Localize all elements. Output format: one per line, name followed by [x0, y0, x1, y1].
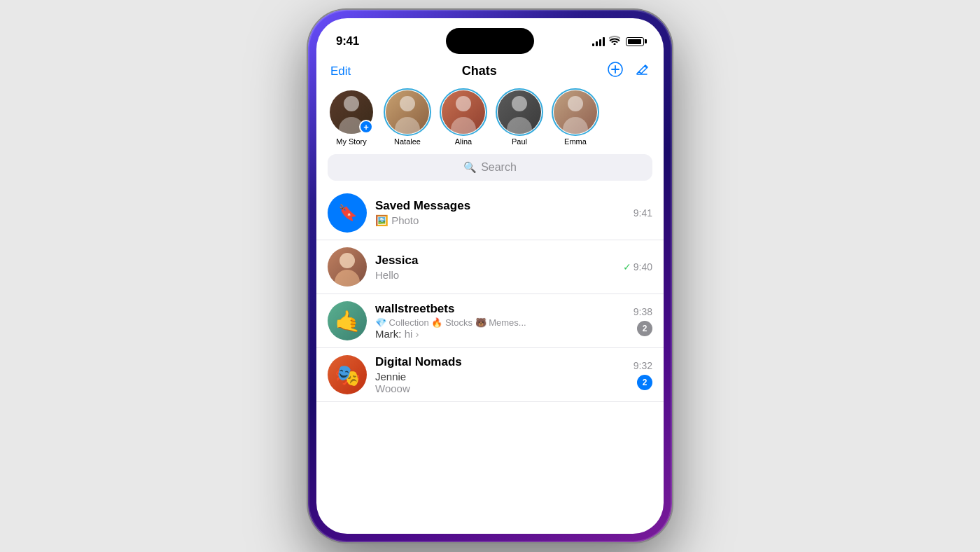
chat-name-jessica: Jessica [375, 254, 615, 268]
search-bar[interactable]: 🔍 Search [328, 154, 652, 181]
story-item-emma[interactable]: Emma [552, 90, 599, 146]
story-name-natalee: Natalee [394, 137, 421, 146]
phone-screen: 9:41 [316, 18, 664, 534]
bookmark-icon: 🔖 [338, 204, 357, 222]
story-item-mystory[interactable]: + My Story [328, 90, 375, 146]
chat-preview-wsb-sub: Mark: hi › [375, 328, 625, 340]
chat-name-nomads: Digital Nomads [375, 355, 625, 369]
status-icons [592, 36, 644, 47]
dynamic-island [446, 28, 534, 54]
status-time: 9:41 [336, 34, 359, 48]
stories-row: + My Story [316, 88, 664, 154]
phone-frame: 9:41 [308, 10, 672, 542]
chat-preview-nomads-msg: Wooow [375, 382, 625, 394]
chat-meta-saved: 9:41 [634, 207, 652, 219]
chat-preview-saved: 🖼️ Photo [375, 214, 625, 227]
chat-list: 🔖 Saved Messages 🖼️ Photo 9:41 [316, 186, 664, 534]
chat-preview-wallstreet: 💎 Collection 🔥 Stocks 🐻 Memes... [375, 317, 625, 328]
chat-item-saved[interactable]: 🔖 Saved Messages 🖼️ Photo 9:41 [316, 186, 664, 240]
chat-avatar-wallstreet: 🤙 [328, 301, 367, 340]
story-name-paul: Paul [512, 137, 527, 146]
chat-preview-wsb-topics: 💎 Collection 🔥 Stocks 🐻 Memes... [375, 317, 526, 328]
chat-info-wallstreet: wallstreetbets 💎 Collection 🔥 Stocks 🐻 M… [375, 302, 625, 340]
chat-avatar-jessica [328, 247, 367, 287]
phone-wrapper: 9:41 [308, 10, 672, 542]
nav-actions [608, 62, 650, 81]
chat-item-wallstreet[interactable]: 🤙 wallstreetbets 💎 Collection 🔥 Stocks 🐻… [316, 294, 664, 348]
nav-edit-button[interactable]: Edit [330, 64, 351, 78]
story-item-paul[interactable]: Paul [496, 90, 543, 146]
chat-time-saved: 9:41 [634, 207, 652, 219]
chat-time-nomads: 9:32 [634, 360, 652, 371]
story-name-emma: Emma [564, 137, 587, 146]
chat-meta-jessica: ✓ 9:40 [623, 261, 652, 272]
chat-info-nomads: Digital Nomads Jennie Wooow [375, 355, 625, 394]
app-content: Edit Chats [316, 59, 664, 534]
add-chat-button[interactable] [608, 62, 623, 81]
chat-avatar-nomads: 🎭 [328, 355, 367, 394]
chat-time-jessica: 9:40 [634, 261, 652, 272]
chat-time-wallstreet: 9:38 [634, 306, 652, 317]
chat-avatar-saved: 🔖 [328, 193, 367, 233]
story-name-alina: Alina [455, 137, 472, 146]
chat-item-jessica[interactable]: Jessica Hello ✓ 9:40 [316, 240, 664, 294]
compose-button[interactable] [634, 62, 650, 81]
battery-icon [626, 37, 644, 46]
chat-name-saved: Saved Messages [375, 199, 625, 213]
chat-badge-nomads: 2 [637, 375, 652, 390]
nav-title: Chats [462, 64, 497, 78]
search-icon: 🔍 [463, 161, 477, 174]
read-tick-icon: ✓ [623, 261, 631, 272]
signal-bars-icon [592, 37, 605, 46]
chat-badge-wallstreet: 2 [637, 321, 652, 336]
wifi-icon [609, 36, 620, 47]
nav-bar: Edit Chats [316, 59, 664, 88]
chat-meta-wallstreet: 9:38 2 [634, 306, 652, 336]
chat-info-saved: Saved Messages 🖼️ Photo [375, 199, 625, 227]
story-item-alina[interactable]: Alina [440, 90, 487, 146]
story-name-mystory: My Story [336, 137, 366, 146]
chat-name-wallstreet: wallstreetbets [375, 302, 625, 316]
chat-preview-nomads-name: Jennie [375, 371, 625, 382]
story-add-button[interactable]: + [359, 120, 373, 134]
chat-preview-jessica: Hello [375, 269, 615, 281]
chat-meta-nomads: 9:32 2 [634, 360, 652, 390]
story-item-natalee[interactable]: Natalee [384, 90, 431, 146]
chat-info-jessica: Jessica Hello [375, 254, 615, 281]
chat-item-nomads[interactable]: 🎭 Digital Nomads Jennie Wooow 9:32 2 [316, 348, 664, 402]
search-placeholder: Search [481, 161, 517, 174]
